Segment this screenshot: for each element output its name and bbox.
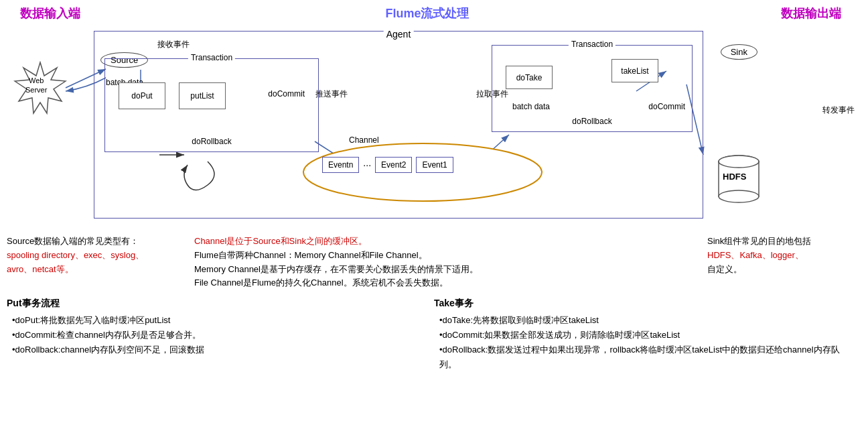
channel-oval-container: Eventn ··· Event2 Event1	[302, 142, 543, 202]
takelist-box: takeList	[611, 59, 658, 82]
right-header: 数据输出端	[761, 5, 861, 21]
take-title: Take事务	[434, 296, 848, 312]
bottom-right-col: Sink组件常见的目的地包括 HDFS、Kafka、logger、 自定义。	[707, 235, 861, 290]
putlist-box: putList	[179, 82, 226, 109]
bottom-left-line3: avro、netcat等。	[7, 263, 188, 277]
bottom-right-line3: 自定义。	[707, 263, 861, 277]
bottom-left-col: Source数据输入端的常见类型有： spooling directory、ex…	[7, 235, 194, 290]
bottom-left-line1: Source数据输入端的常见类型有：	[7, 235, 188, 249]
sink-oval-container: Sink	[721, 44, 757, 60]
svg-point-15	[719, 156, 759, 168]
transaction-right-label: Transaction	[569, 40, 616, 49]
bottom-mid-line1: Channel是位于Source和Sink之间的缓冲区。	[194, 235, 701, 249]
webserver-container: Web Server	[13, 61, 67, 117]
push-event-label: 推送事件	[315, 88, 348, 100]
bottom-left-line2: spooling directory、exec、syslog、	[7, 249, 188, 263]
bottom-section: Source数据输入端的常见类型有： spooling directory、ex…	[7, 235, 861, 290]
diagram-area: Web Server Source batch data 接收事件 Agent …	[7, 24, 861, 232]
transaction-left-label: Transaction	[188, 53, 235, 62]
doput-box: doPut	[119, 82, 165, 109]
dorollback-left: doRollback	[192, 137, 231, 146]
docommit-left: doCommit	[268, 89, 305, 99]
event-dots: ···	[363, 160, 371, 170]
lower-left-col: Put事务流程 •doPut:将批数据先写入临时缓冲区putList •doCo…	[7, 296, 434, 372]
left-header: 数据输入端	[7, 5, 94, 21]
docommit-right: doCommit	[648, 102, 685, 111]
bottom-mid-col: Channel是位于Source和Sink之间的缓冲区。 Flume自带两种Ch…	[194, 235, 707, 290]
transaction-right-box: Transaction doTake takeList batch data d…	[492, 45, 693, 132]
hdfs-label: HDFS	[723, 172, 746, 182]
bottom-mid-line2: Flume自带两种Channel：Memory Channel和File Cha…	[194, 249, 701, 263]
webserver-label: Web Server	[25, 76, 47, 95]
event-n-box: Eventn	[322, 157, 359, 173]
put-title: Put事务流程	[7, 296, 421, 312]
put-item-1: •doPut:将批数据先写入临时缓冲区putList	[12, 313, 421, 328]
bottom-mid-line3: Memory Channel是基于内存缓存，在不需要关心数据丢失的情景下适用。	[194, 263, 701, 277]
transaction-left-box: Transaction doPut putList doCommit doRol…	[104, 58, 319, 152]
mid-header: Flume流式处理	[94, 5, 761, 21]
bottom-mid-line4: File Channel是Flume的持久化Channel。系统宕机不会丢失数据…	[194, 276, 701, 290]
dotake-box: doTake	[506, 66, 553, 89]
svg-point-14	[719, 190, 759, 202]
forward-event-label: 转发事件	[822, 105, 855, 116]
agent-label: Agent	[384, 29, 414, 40]
put-item-2: •doCommit:检查channel内存队列是否足够合并。	[12, 328, 421, 343]
take-item-3: •doRollback:数据发送过程中如果出现异常，rollback将临时缓冲区…	[439, 343, 848, 372]
take-item-1: •doTake:先将数据取到临时缓冲区takeList	[439, 313, 848, 328]
batch-data-right: batch data	[512, 102, 550, 111]
event1-box: Event1	[416, 157, 453, 173]
hdfs-container: HDFS	[717, 155, 761, 207]
put-item-3: •doRollback:channel内存队列空间不足，回滚数据	[12, 343, 421, 357]
dorollback-right: doRollback	[572, 117, 611, 126]
take-item-2: •doCommit:如果数据全部发送成功，则清除临时缓冲区takeList	[439, 328, 848, 343]
agent-box: Agent Transaction doPut putList doCommit…	[94, 31, 703, 219]
bottom-right-line1: Sink组件常见的目的地包括	[707, 235, 861, 249]
sink-oval: Sink	[721, 44, 757, 60]
event-boxes-container: Eventn ··· Event2 Event1	[322, 157, 453, 173]
bottom-right-line2: HDFS、Kafka、logger、	[707, 249, 861, 263]
lower-section: Put事务流程 •doPut:将批数据先写入临时缓冲区putList •doCo…	[7, 296, 861, 372]
lower-right-col: Take事务 •doTake:先将数据取到临时缓冲区takeList •doCo…	[434, 296, 861, 372]
event2-box: Event2	[375, 157, 412, 173]
column-headers: 数据输入端 Flume流式处理 数据输出端	[7, 5, 861, 21]
